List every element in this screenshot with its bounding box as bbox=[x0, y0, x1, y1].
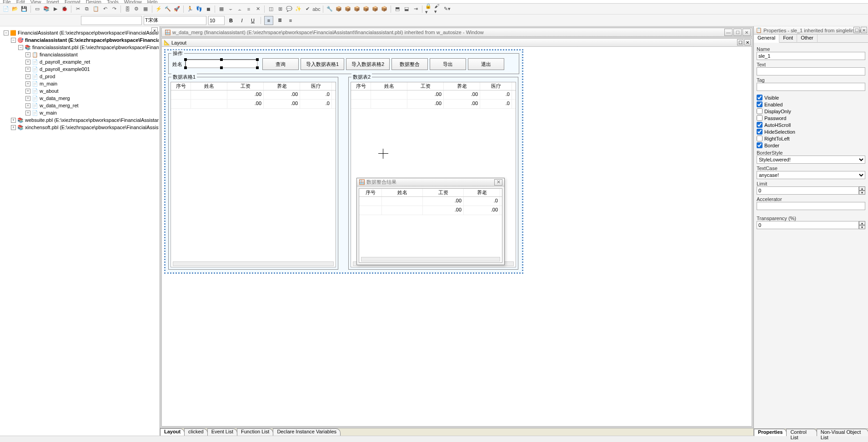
step-icon[interactable]: 👣 bbox=[195, 5, 203, 13]
result-row[interactable]: .00 .00 bbox=[359, 206, 502, 215]
result-window[interactable]: 🪟 数据整合结果 ✕ 序号 姓名 工资 养老 bbox=[356, 178, 505, 265]
tab-font[interactable]: Font bbox=[779, 35, 797, 43]
expander-icon[interactable]: + bbox=[25, 81, 30, 86]
compile-icon[interactable]: ⚡ bbox=[155, 5, 163, 13]
result-datawindow[interactable]: 序号 姓名 工资 养老 .00 .0 bbox=[359, 188, 502, 263]
wand-icon[interactable]: ✨ bbox=[294, 5, 302, 13]
dw1-row[interactable]: .00 .00 .0 bbox=[171, 90, 336, 100]
tab-general[interactable]: General bbox=[754, 35, 779, 43]
window-frame[interactable]: 操作 姓名 查询 导入数据表格1 导入数据表格2 bbox=[166, 50, 522, 272]
design-surface[interactable]: 操作 姓名 查询 导入数据表格1 导入数据表格2 bbox=[162, 47, 752, 426]
edit2-icon[interactable]: ✎▾ bbox=[443, 5, 451, 13]
tree-obj-dw3[interactable]: + 📄 d_prod bbox=[1, 73, 159, 80]
sql-icon[interactable]: ⚙ bbox=[132, 5, 140, 13]
tree-obj-menu[interactable]: + 📄 m_main bbox=[1, 80, 159, 87]
check-password[interactable]: Password bbox=[757, 115, 865, 121]
ext3-icon[interactable]: ⇥ bbox=[411, 5, 420, 13]
menu-view[interactable]: View bbox=[30, 0, 41, 4]
expander-icon[interactable]: + bbox=[25, 103, 30, 108]
tree-sibling-2[interactable]: + 📚 xinchensoft.pbl (E:\xiezhrspace\pbwo… bbox=[1, 124, 159, 131]
resize-handle[interactable] bbox=[184, 66, 187, 69]
align-center-icon[interactable]: ≣ bbox=[275, 16, 284, 25]
align3-icon[interactable]: ≡ bbox=[245, 5, 253, 13]
h-scrollbar[interactable] bbox=[361, 257, 500, 261]
button-import2[interactable]: 导入数据表格2 bbox=[346, 58, 390, 70]
button-import1[interactable]: 导入数据表格1 bbox=[301, 58, 344, 70]
tool-b-icon[interactable]: 📦 bbox=[335, 5, 343, 13]
check-displayonly[interactable]: DisplayOnly bbox=[757, 108, 865, 114]
tree-close-icon[interactable]: × bbox=[151, 27, 158, 34]
spin-up-icon[interactable]: ▲ bbox=[859, 186, 865, 191]
font-family-select[interactable] bbox=[144, 16, 206, 25]
group-operation[interactable]: 操作 姓名 查询 导入数据表格1 导入数据表格2 bbox=[168, 53, 519, 74]
expander-icon[interactable]: − bbox=[4, 30, 9, 35]
menu-edit[interactable]: Edit bbox=[16, 0, 25, 4]
check-hideselection[interactable]: HideSelection bbox=[757, 129, 865, 135]
result-titlebar[interactable]: 🪟 数据整合结果 ✕ bbox=[357, 178, 504, 186]
tool-e-icon[interactable]: 📦 bbox=[362, 5, 370, 13]
expander-icon[interactable]: + bbox=[25, 60, 30, 65]
align-icon[interactable]: ⫟ bbox=[226, 5, 235, 13]
expander-icon[interactable]: − bbox=[11, 38, 16, 43]
struct-icon[interactable]: ▦ bbox=[141, 5, 150, 13]
lock-icon[interactable]: 🔒▾ bbox=[425, 5, 433, 13]
menu-file[interactable]: File bbox=[3, 0, 11, 4]
expander-icon[interactable]: − bbox=[18, 45, 23, 50]
db-icon[interactable]: 🗄 bbox=[123, 5, 131, 13]
spin-transparency[interactable]: ▲▼ bbox=[757, 221, 865, 229]
input-sle-1[interactable] bbox=[185, 59, 258, 68]
h-scrollbar[interactable] bbox=[173, 261, 334, 266]
save-icon[interactable]: 💾 bbox=[20, 5, 28, 13]
tab-declare[interactable]: Declare Instance Variables bbox=[273, 428, 341, 436]
input-name[interactable] bbox=[757, 52, 865, 60]
check-border[interactable]: Border bbox=[757, 142, 865, 148]
tree-obj-wdatamergret[interactable]: + 📄 w_data_merg_ret bbox=[1, 102, 159, 109]
dw2-row[interactable]: .00 .00 .0 bbox=[351, 100, 516, 109]
object-name-select[interactable] bbox=[81, 16, 142, 25]
undo-icon[interactable]: ↶ bbox=[101, 5, 109, 13]
check-righttoleft[interactable]: RightToLeft bbox=[757, 136, 865, 141]
align-right-icon[interactable]: ≡ bbox=[286, 16, 295, 25]
button-merge[interactable]: 数据整合 bbox=[391, 58, 428, 70]
tree-obj-dw2[interactable]: + 📄 d_payroll_example001 bbox=[1, 65, 159, 73]
tab-controllist[interactable]: Control List bbox=[786, 429, 817, 436]
select-textcase[interactable]: anycase! bbox=[757, 171, 865, 179]
tab-nonvisual[interactable]: Non-Visual Object List bbox=[817, 429, 868, 436]
spin-down-icon[interactable]: ▼ bbox=[859, 191, 865, 195]
resize-handle[interactable] bbox=[256, 66, 259, 69]
copy-icon[interactable]: ⧉ bbox=[83, 5, 91, 13]
tool-g-icon[interactable]: 📦 bbox=[380, 5, 388, 13]
expander-icon[interactable]: + bbox=[11, 125, 16, 130]
tool-d-icon[interactable]: 📦 bbox=[353, 5, 361, 13]
align2-icon[interactable]: ⫠ bbox=[236, 5, 244, 13]
input-limit[interactable] bbox=[757, 186, 859, 195]
run-icon[interactable]: ▶ bbox=[51, 5, 60, 13]
dw1-row[interactable]: .00 .00 .0 bbox=[171, 100, 336, 109]
redo-icon[interactable]: ↷ bbox=[110, 5, 118, 13]
comment-icon[interactable]: 💬 bbox=[285, 5, 293, 13]
menu-tools[interactable]: Tools bbox=[107, 0, 119, 4]
minimize-icon[interactable]: — bbox=[724, 29, 733, 36]
menu-help[interactable]: Help bbox=[147, 0, 158, 4]
expander-icon[interactable]: + bbox=[25, 89, 30, 94]
library-icon[interactable]: 📚 bbox=[42, 5, 50, 13]
new-icon[interactable]: 📄 bbox=[2, 5, 10, 13]
tool-f-icon[interactable]: 📦 bbox=[371, 5, 379, 13]
resize-handle[interactable] bbox=[256, 58, 259, 61]
menu-design[interactable]: Design bbox=[86, 0, 101, 4]
debug-icon[interactable]: 🐞 bbox=[60, 5, 69, 13]
tree-obj-wdatamerg[interactable]: + 📄 w_data_merg bbox=[1, 95, 159, 102]
input-transparency[interactable] bbox=[757, 221, 859, 229]
tool-a-icon[interactable]: 🔧 bbox=[326, 5, 334, 13]
button-query[interactable]: 查询 bbox=[262, 58, 299, 70]
spell-icon[interactable]: abc bbox=[312, 5, 321, 13]
expander-icon[interactable]: + bbox=[11, 118, 16, 123]
spin-up-icon[interactable]: ▲ bbox=[859, 221, 865, 225]
resize-handle[interactable] bbox=[220, 58, 223, 61]
underline-icon[interactable]: U bbox=[248, 16, 257, 25]
pin-icon[interactable]: ☐ bbox=[853, 27, 860, 33]
input-text[interactable] bbox=[757, 67, 865, 75]
check-autohscroll[interactable]: AutoHScroll bbox=[757, 122, 865, 128]
spin-limit[interactable]: ▲▼ bbox=[757, 186, 865, 195]
build-icon[interactable]: 🔨 bbox=[164, 5, 172, 13]
